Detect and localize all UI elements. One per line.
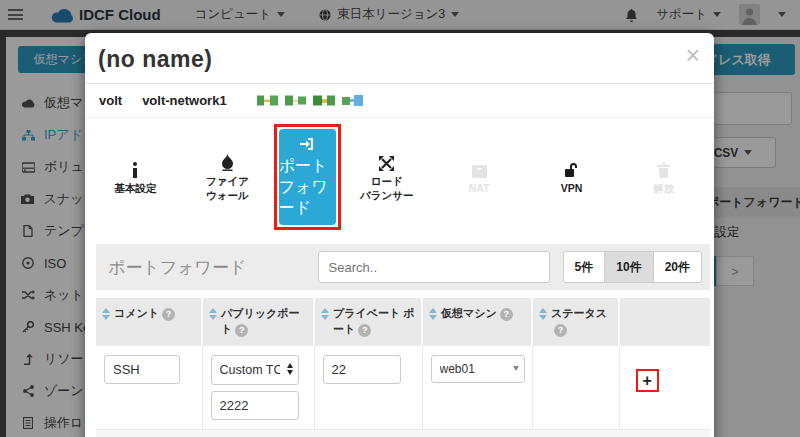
help-icon[interactable]: ? <box>554 324 567 337</box>
tab-vpn[interactable]: VPN <box>525 158 617 196</box>
network-badge-icon <box>342 95 363 106</box>
new-rule-row: Custom TCP web01 + <box>96 346 710 430</box>
help-icon[interactable]: ? <box>358 324 371 337</box>
page: IDCF Cloud コンピュート 東日本リージョン3 サポート <box>0 0 800 437</box>
tab-nat: NAT <box>433 158 525 196</box>
protocol-select[interactable]: Custom TCP <box>211 355 299 385</box>
public-port-input[interactable] <box>211 391 299 420</box>
help-icon[interactable]: ? <box>500 308 513 321</box>
col-header-actions <box>619 298 710 346</box>
sort-icon <box>209 308 217 320</box>
col-header-vm[interactable]: 仮想マシン? <box>422 298 532 346</box>
sort-icon <box>539 308 547 320</box>
page-size-5-button[interactable]: 5件 <box>563 251 606 283</box>
tab-port-forward[interactable]: ポートフォワード <box>279 129 336 225</box>
col-header-comment[interactable]: コメント? <box>96 298 202 346</box>
network-badge-icon <box>313 95 335 106</box>
vm-select[interactable]: web01 <box>431 355 525 383</box>
search-input[interactable] <box>318 251 550 283</box>
page-size-group: 5件 10件 20件 <box>564 251 702 283</box>
network-badge-icon <box>285 95 306 106</box>
network-badge-icon <box>257 95 278 106</box>
help-icon[interactable]: ? <box>235 324 248 337</box>
panel-title: ポートフォワード <box>108 256 246 279</box>
fire-icon <box>221 151 234 171</box>
zone-name: volt <box>99 93 122 108</box>
network-badges <box>257 95 363 106</box>
zone-row: volt volt-network1 <box>85 84 714 118</box>
tab-load-balancer[interactable]: ロードバランサー <box>341 151 433 202</box>
sort-icon <box>321 308 329 320</box>
sort-icon <box>429 308 437 320</box>
tab-bar: 基本設定 ファイアウォール ポートフォワード ロードバランサー NAT <box>85 118 714 242</box>
plus-button[interactable]: + <box>643 372 652 389</box>
ip-detail-modal: (no name) × volt volt-network1 基本設定 ファイア… <box>85 33 714 437</box>
status-cell <box>532 346 619 430</box>
unlock-icon <box>564 158 579 178</box>
private-port-input[interactable] <box>323 355 401 384</box>
port-forward-table: コメント? パブリックポート? プライベート ポート? 仮想マシン? ステータス… <box>96 298 710 437</box>
comment-input[interactable] <box>104 355 180 384</box>
annotation-box: ポートフォワード <box>274 124 341 230</box>
empty-message: 表示できる情報はありません。 <box>96 430 710 437</box>
panel-header: ポートフォワード 5件 10件 20件 <box>96 244 710 290</box>
info-icon <box>132 158 138 178</box>
modal-title: (no name) <box>98 46 696 73</box>
empty-message-row: 表示できる情報はありません。 <box>96 430 710 437</box>
sign-in-icon <box>299 136 315 152</box>
page-size-10-button[interactable]: 10件 <box>604 251 653 283</box>
network-name: volt-network1 <box>142 93 227 108</box>
trash-icon <box>657 158 670 178</box>
expand-arrows-icon <box>379 151 394 171</box>
col-header-public-port[interactable]: パブリックポート? <box>202 298 314 346</box>
tab-release: 解放 <box>618 158 710 196</box>
tab-firewall[interactable]: ファイアウォール <box>181 151 273 202</box>
close-icon[interactable]: × <box>685 43 700 68</box>
tab-basic-settings[interactable]: 基本設定 <box>89 158 181 196</box>
page-size-20-button[interactable]: 20件 <box>653 251 702 283</box>
col-header-private-port[interactable]: プライベート ポート? <box>314 298 422 346</box>
sort-icon <box>102 308 110 320</box>
col-header-status[interactable]: ステータス? <box>532 298 619 346</box>
help-icon[interactable]: ? <box>162 308 175 321</box>
add-rule-annotation: + <box>636 369 659 392</box>
nat-box-icon <box>472 158 487 178</box>
